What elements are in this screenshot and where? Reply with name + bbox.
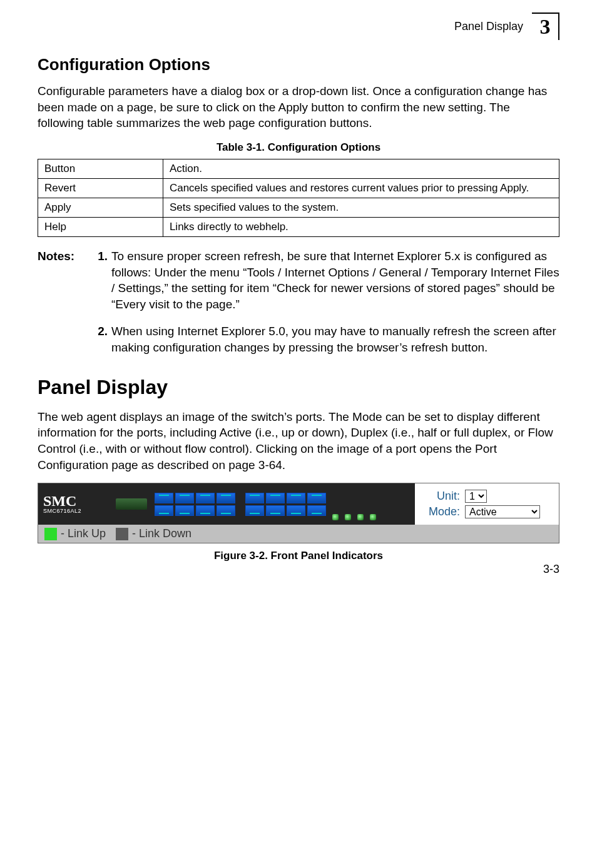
header-label: Panel Display: [454, 20, 523, 33]
legend-link-down-label: - Link Down: [132, 527, 191, 540]
table-row: Help Links directly to webhelp.: [38, 217, 559, 236]
mode-select[interactable]: Active: [465, 505, 540, 518]
table-cell: Revert: [38, 178, 163, 198]
link-down-swatch-icon: [116, 528, 128, 540]
notes-text: To ensure proper screen refresh, be sure…: [111, 248, 559, 313]
port-icon[interactable]: [287, 505, 305, 516]
panel-logo-area: SMC SMC6716AL2: [38, 483, 113, 525]
port-icon[interactable]: [307, 505, 326, 516]
unit-row: Unit: 1: [425, 490, 554, 503]
port-icon[interactable]: [287, 493, 305, 503]
notes-number: 2.: [90, 323, 108, 355]
port-icon[interactable]: [217, 505, 235, 516]
table-cell: Help: [38, 217, 163, 236]
port-icon[interactable]: [217, 493, 235, 503]
mode-label: Mode:: [425, 505, 460, 518]
status-led-icon: [370, 514, 376, 520]
legend-link-up: - Link Up: [44, 527, 106, 540]
table-caption: Table 3-1. Configuration Options: [38, 141, 559, 154]
configuration-options-intro: Configurable parameters have a dialog bo…: [38, 83, 559, 131]
figure-caption: Figure 3-2. Front Panel Indicators: [38, 550, 559, 562]
notes-block: Notes: 1. To ensure proper screen refres…: [38, 248, 559, 356]
mode-row: Mode: Active: [425, 505, 554, 518]
page-number: 3-3: [543, 563, 559, 576]
port-icon[interactable]: [175, 505, 194, 516]
status-led-strip: [332, 514, 376, 520]
port-icon[interactable]: [196, 493, 215, 503]
unit-label: Unit:: [425, 490, 460, 503]
table-cell: Apply: [38, 198, 163, 217]
port-icon[interactable]: [266, 505, 285, 516]
link-up-swatch-icon: [44, 528, 57, 540]
notes-number: 1.: [90, 248, 108, 313]
port-area: [152, 483, 415, 525]
unit-select[interactable]: 1: [465, 490, 487, 503]
panel-controls: Unit: 1 Mode: Active: [415, 483, 559, 525]
front-panel-graphic: SMC SMC6716AL2: [38, 483, 559, 543]
status-led-icon: [345, 514, 351, 520]
port-icon[interactable]: [175, 493, 194, 503]
legend-link-down: - Link Down: [116, 527, 191, 540]
table-cell: Action.: [163, 159, 559, 178]
panel-display-body: The web agent displays an image of the s…: [38, 409, 559, 473]
smc-logo: SMC: [43, 495, 113, 508]
status-led-icon: [357, 514, 364, 520]
port-icon[interactable]: [266, 493, 285, 503]
notes-label: Notes:: [38, 248, 86, 313]
port-icon[interactable]: [307, 493, 326, 503]
table-row: Button Action.: [38, 159, 559, 178]
table-row: Apply Sets specified values to the syste…: [38, 198, 559, 217]
smc-model-label: SMC6716AL2: [43, 508, 113, 514]
legend-link-up-label: - Link Up: [61, 527, 106, 540]
port-icon[interactable]: [155, 493, 173, 503]
port-group: [155, 493, 235, 516]
configuration-options-table: Button Action. Revert Cancels specified …: [38, 159, 559, 237]
page-header: Panel Display 3: [38, 13, 559, 40]
panel-body: SMC SMC6716AL2: [38, 483, 559, 525]
panel-display-heading: Panel Display: [38, 376, 559, 399]
table-cell: Sets specified values to the system.: [163, 198, 559, 217]
expansion-slot-icon: [116, 498, 147, 510]
configuration-options-heading: Configuration Options: [38, 55, 559, 74]
table-cell: Links directly to webhelp.: [163, 217, 559, 236]
port-icon[interactable]: [196, 505, 215, 516]
status-led-icon: [332, 514, 339, 520]
table-row: Revert Cancels specified values and rest…: [38, 178, 559, 198]
panel-legend: - Link Up - Link Down: [38, 525, 559, 543]
port-icon[interactable]: [245, 493, 264, 503]
port-group: [245, 493, 326, 516]
notes-text: When using Internet Explorer 5.0, you ma…: [111, 323, 559, 355]
port-icon[interactable]: [155, 505, 173, 516]
table-cell: Button: [38, 159, 163, 178]
port-icon[interactable]: [245, 505, 264, 516]
table-cell: Cancels specified values and restores cu…: [163, 178, 559, 198]
chapter-number-icon: 3: [532, 13, 559, 40]
